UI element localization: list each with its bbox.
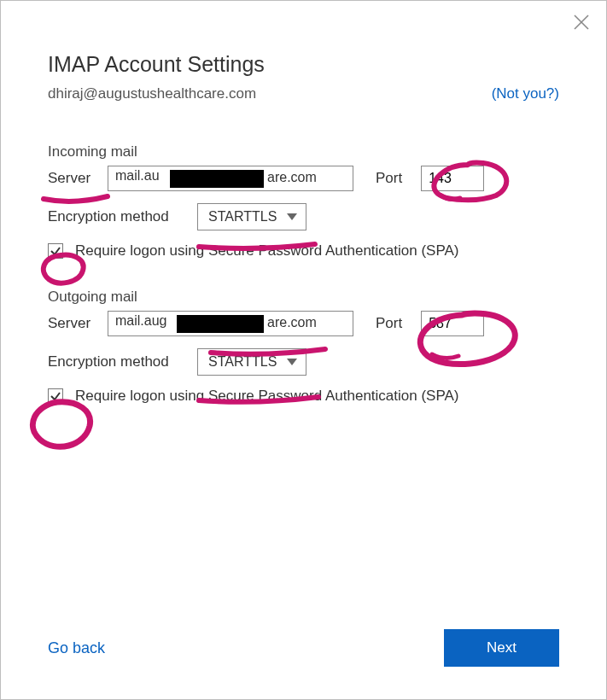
- incoming-server-prefix: mail.au: [115, 168, 160, 183]
- outgoing-enc-select[interactable]: STARTTLS: [197, 348, 306, 376]
- incoming-enc-label: Encryption method: [48, 208, 197, 225]
- account-email: dhiraj@augustushealthcare.com: [48, 85, 256, 102]
- outgoing-enc-value: STARTTLS: [208, 354, 277, 370]
- chevron-down-icon: [287, 359, 297, 365]
- go-back-link[interactable]: Go back: [48, 639, 105, 657]
- outgoing-heading: Outgoing mail: [48, 289, 559, 306]
- svg-marker-2: [287, 213, 297, 220]
- outgoing-server-row: Server mail.aug are.com Port: [48, 311, 559, 336]
- incoming-spa-row: Require logon using Secure Password Auth…: [48, 242, 559, 260]
- dialog-frame: IMAP Account Settings dhiraj@augustushea…: [0, 0, 607, 700]
- content-area: IMAP Account Settings dhiraj@augustushea…: [48, 52, 559, 434]
- outgoing-spa-checkbox[interactable]: [48, 388, 63, 404]
- incoming-port-label: Port: [376, 170, 402, 187]
- incoming-server-label: Server: [48, 170, 108, 187]
- footer: Go back Next: [48, 629, 559, 667]
- redaction-box: [170, 170, 264, 188]
- incoming-server-input[interactable]: mail.au are.com: [108, 166, 353, 191]
- close-button[interactable]: [572, 13, 591, 32]
- outgoing-enc-row: Encryption method STARTTLS: [48, 348, 559, 376]
- outgoing-spa-label: Require logon using Secure Password Auth…: [75, 388, 459, 405]
- incoming-enc-select[interactable]: STARTTLS: [197, 203, 306, 230]
- redaction-box: [177, 315, 264, 333]
- incoming-spa-label: Require logon using Secure Password Auth…: [75, 242, 459, 260]
- incoming-heading: Incoming mail: [48, 143, 559, 160]
- chevron-down-icon: [287, 213, 297, 220]
- email-row: dhiraj@augustushealthcare.com (Not you?): [48, 85, 559, 102]
- incoming-spa-checkbox[interactable]: [48, 243, 63, 259]
- next-button[interactable]: Next: [444, 629, 559, 667]
- incoming-server-row: Server mail.au are.com Port: [48, 166, 559, 191]
- outgoing-port-input[interactable]: [421, 311, 484, 336]
- outgoing-server-suffix: are.com: [267, 315, 317, 330]
- svg-marker-3: [287, 359, 297, 365]
- outgoing-server-label: Server: [48, 315, 108, 332]
- incoming-port-input[interactable]: [421, 166, 484, 191]
- page-title: IMAP Account Settings: [48, 52, 559, 77]
- outgoing-port-label: Port: [376, 315, 402, 332]
- outgoing-spa-row: Require logon using Secure Password Auth…: [48, 388, 559, 405]
- outgoing-server-prefix: mail.aug: [115, 313, 166, 328]
- incoming-server-suffix: are.com: [267, 170, 317, 185]
- outgoing-enc-label: Encryption method: [48, 353, 197, 370]
- incoming-enc-row: Encryption method STARTTLS: [48, 203, 559, 230]
- outgoing-server-input[interactable]: mail.aug are.com: [108, 311, 353, 336]
- incoming-enc-value: STARTTLS: [208, 209, 277, 225]
- not-you-link[interactable]: (Not you?): [492, 85, 559, 102]
